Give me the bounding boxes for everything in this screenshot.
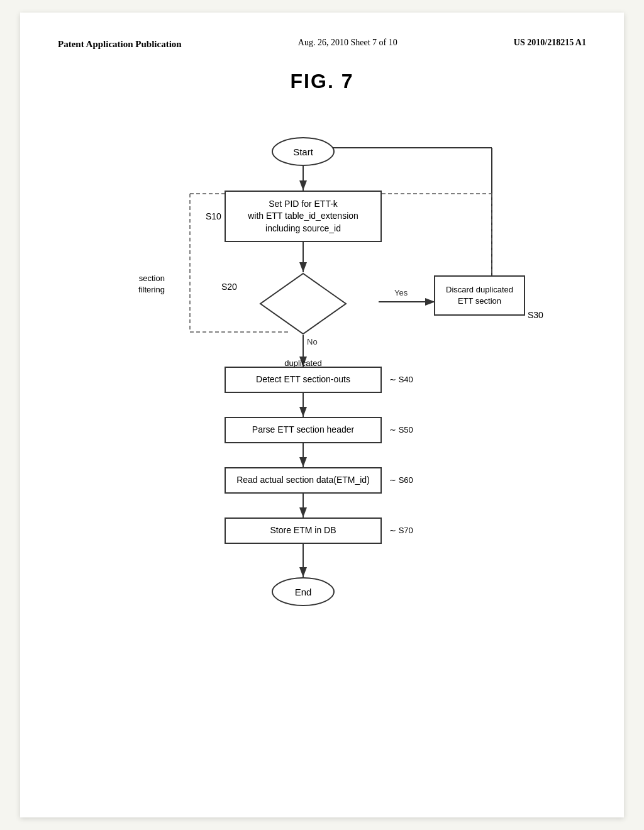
- s10-label: S10: [206, 211, 221, 221]
- s30-label: S30: [528, 310, 543, 320]
- header-date-sheet: Aug. 26, 2010 Sheet 7 of 10: [298, 38, 397, 48]
- store-etm-rect: Store ETM in DB: [225, 517, 382, 544]
- header-publication-label: Patent Application Publication: [58, 38, 182, 51]
- s20-label: S20: [221, 282, 237, 292]
- page-header: Patent Application Publication Aug. 26, …: [58, 38, 586, 51]
- start-oval: Start: [272, 137, 335, 166]
- read-actual-rect: Read actual section data(ETM_id): [225, 467, 382, 494]
- s40-label: ∼ S40: [389, 375, 413, 384]
- end-oval: End: [272, 577, 335, 606]
- figure-title: FIG. 7: [58, 70, 586, 93]
- discard-rect: Discard duplicated ETT section: [434, 275, 525, 316]
- decision-diamond: duplicated source_id?: [259, 272, 347, 335]
- set-pid-rect: Set PID for ETT-k with ETT table_id_exte…: [225, 191, 382, 242]
- section-filtering-label: section filtering: [138, 262, 165, 296]
- svg-marker-18: [260, 274, 346, 334]
- detect-ett-rect: Detect ETT section-outs: [225, 367, 382, 393]
- svg-text:Yes: Yes: [394, 288, 408, 297]
- flowchart-diagram: Yes No Start S10 Set PID for ETT-k with …: [108, 118, 536, 716]
- s50-label: ∼ S50: [389, 425, 413, 434]
- s60-label: ∼ S60: [389, 475, 413, 485]
- diagram-container: Yes No Start S10 Set PID for ETT-k with …: [58, 118, 586, 716]
- parse-ett-rect: Parse ETT section header: [225, 417, 382, 443]
- header-patent-number: US 2010/218215 A1: [514, 38, 586, 48]
- patent-page: Patent Application Publication Aug. 26, …: [20, 13, 624, 817]
- s70-label: ∼ S70: [389, 526, 413, 535]
